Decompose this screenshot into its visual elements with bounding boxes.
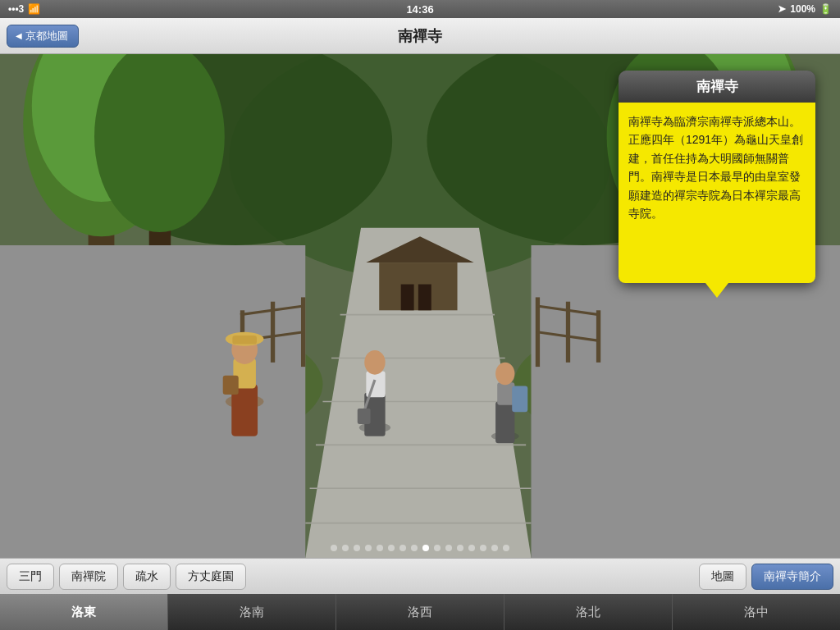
popup-header: 南禪寺 (619, 71, 815, 103)
main-content: 南禪寺 南禪寺為臨濟宗南禪寺派總本山。正應四年（1291年）為龜山天皇創建，首任… (0, 54, 840, 558)
popup-title: 南禪寺 (696, 79, 738, 94)
page-dot-14[interactable] (480, 545, 486, 551)
photo-area: 南禪寺 南禪寺為臨濟宗南禪寺派總本山。正應四年（1291年）為龜山天皇創建，首任… (0, 54, 840, 558)
svg-point-49 (364, 350, 385, 375)
page-dot-15[interactable] (491, 545, 498, 551)
tab-rakuto[interactable]: 洛東 (0, 594, 168, 630)
page-dot-7[interactable] (399, 545, 406, 551)
page-dot-13[interactable] (468, 545, 475, 551)
battery-icon: 🔋 (819, 3, 832, 15)
nav-title: 南禪寺 (398, 26, 442, 46)
location-icon: ➤ (778, 3, 786, 15)
page-dot-11[interactable] (445, 545, 452, 551)
right-buttons: 地圖 南禪寺簡介 (699, 564, 833, 590)
wifi-icon: 📶 (28, 3, 40, 15)
status-bar: •••3 📶 14:36 ➤ 100% 🔋 (0, 0, 840, 18)
svg-rect-28 (418, 285, 431, 311)
toolbar-btn-nanzenin[interactable]: 南禪院 (59, 564, 118, 590)
page-dot-10[interactable] (434, 545, 441, 551)
page-dot-12[interactable] (457, 545, 463, 551)
popup-text: 南禪寺為臨濟宗南禪寺派總本山。正應四年（1291年）為龜山天皇創建，首任住持為大… (628, 112, 806, 222)
back-button[interactable]: 京都地圖 (7, 25, 79, 48)
svg-rect-56 (512, 386, 527, 412)
svg-rect-27 (401, 285, 414, 311)
page-dot-2[interactable] (342, 545, 349, 551)
svg-rect-36 (596, 310, 600, 363)
svg-rect-53 (495, 401, 514, 443)
svg-rect-51 (358, 409, 371, 424)
popup-arrow (705, 283, 728, 298)
page-dot-1[interactable] (331, 545, 337, 551)
toolbar-btn-sosui[interactable]: 疏水 (123, 564, 171, 590)
page-dot-3[interactable] (354, 545, 360, 551)
status-right: ➤ 100% 🔋 (778, 3, 832, 15)
toolbar-btn-garden[interactable]: 方丈庭園 (176, 564, 246, 590)
status-left: •••3 📶 (8, 3, 40, 15)
status-time: 14:36 (406, 3, 433, 16)
bottom-toolbar: 三門 南禪院 疏水 方丈庭園 地圖 南禪寺簡介 (0, 558, 840, 594)
tab-rakunishi[interactable]: 洛西 (336, 594, 504, 630)
toolbar-btn-map[interactable]: 地圖 (699, 564, 746, 590)
tab-rakuhoku[interactable]: 洛北 (504, 594, 673, 630)
svg-rect-45 (223, 376, 239, 395)
info-popup: 南禪寺 南禪寺為臨濟宗南禪寺派總本山。正應四年（1291年）為龜山天皇創建，首任… (619, 71, 815, 283)
page-dot-6[interactable] (388, 545, 395, 551)
tab-rakuchu[interactable]: 洛中 (673, 594, 840, 630)
page-dot-9[interactable] (422, 545, 429, 551)
svg-point-55 (495, 363, 514, 386)
page-dot-16[interactable] (503, 545, 509, 551)
svg-marker-24 (532, 245, 840, 558)
page-dot-4[interactable] (365, 545, 372, 551)
toolbar-btn-intro[interactable]: 南禪寺簡介 (751, 564, 833, 590)
svg-rect-44 (232, 336, 257, 345)
toolbar-btn-sanmon[interactable]: 三門 (7, 564, 54, 590)
navigation-bar: 京都地圖 南禪寺 (0, 18, 840, 54)
popup-body: 南禪寺為臨濟宗南禪寺派總本山。正應四年（1291年）為龜山天皇創建，首任住持為大… (619, 103, 815, 283)
battery-text: 100% (790, 3, 815, 15)
page-dot-5[interactable] (377, 545, 383, 551)
tab-bar: 洛東 洛南 洛西 洛北 洛中 (0, 594, 840, 630)
page-dot-8[interactable] (411, 545, 418, 551)
tab-rakuho[interactable]: 洛南 (168, 594, 336, 630)
signal-icon: •••3 (8, 3, 24, 15)
page-indicators (331, 545, 509, 551)
